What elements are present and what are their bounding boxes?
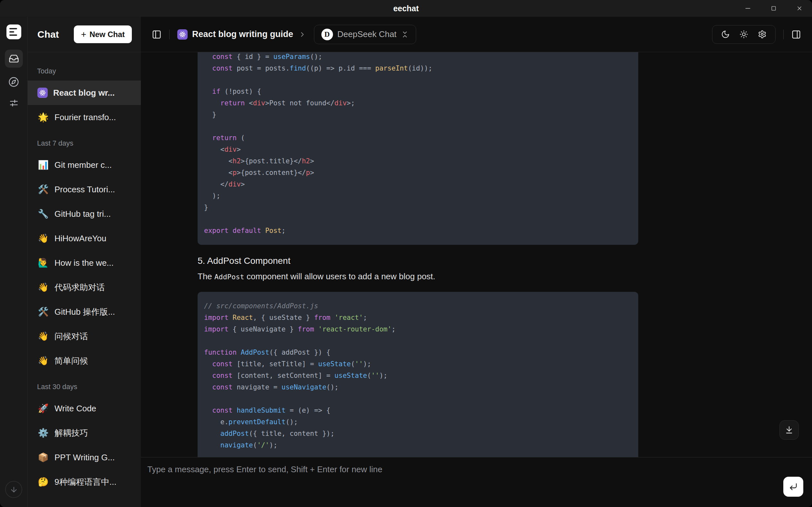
theme-switcher <box>712 25 775 44</box>
chat-item-emoji: 🛠️ <box>37 184 49 194</box>
chat-item-label: 代码求助对话 <box>54 282 105 293</box>
minimize-button[interactable] <box>744 5 751 12</box>
light-theme-button[interactable] <box>740 30 748 39</box>
chat-list-item[interactable]: 👋问候对话 <box>28 324 141 348</box>
sidebar-title: Chat <box>37 29 59 40</box>
chat-item-label: PPT Writing G... <box>54 453 115 462</box>
chat-item-label: Write Code <box>54 404 96 413</box>
chat-item-label: GitHub tag tri... <box>54 209 111 219</box>
new-chat-button[interactable]: + New Chat <box>74 25 132 43</box>
chat-item-emoji: 👋 <box>37 356 49 366</box>
chat-item-emoji: 🌟 <box>37 112 49 122</box>
scroll-to-bottom-button[interactable] <box>779 420 799 440</box>
app-window: eechat <box>0 0 812 507</box>
chat-item-label: How is the we... <box>54 258 114 268</box>
titlebar: eechat <box>0 0 812 17</box>
chat-list-item[interactable]: 🤔9种编程语言中... <box>28 470 141 494</box>
code-line: e.preventDefault(); <box>204 416 630 428</box>
code-line: const { id } = useParams(); <box>204 52 630 62</box>
code-line <box>204 393 630 405</box>
code-line: addPost({ title, content }); <box>204 428 630 439</box>
plus-icon: + <box>81 30 86 39</box>
chat-item-emoji: 🤔 <box>37 477 49 487</box>
code-line: const [content, setContent] = useState('… <box>204 370 630 381</box>
chat-header: React blog writing guide D DeepSeek Chat <box>141 17 812 52</box>
chat-list-item[interactable]: React blog wr... <box>28 80 141 105</box>
chat-item-emoji: 📊 <box>37 160 49 170</box>
chat-list-item[interactable]: 👋代码求助对话 <box>28 275 141 299</box>
sliders-icon <box>9 98 19 108</box>
chat-item-emoji: 📦 <box>37 452 49 462</box>
message-scroll-area[interactable]: const { id } = useParams(); const post =… <box>141 52 812 457</box>
app-title: eechat <box>393 4 419 13</box>
code-line: return <div>Post not found</div>; <box>204 97 630 109</box>
gear-icon <box>758 30 767 39</box>
main-panel: React blog writing guide D DeepSeek Chat <box>141 17 812 507</box>
chat-item-label: Process Tutori... <box>54 184 115 194</box>
code-line <box>204 335 630 347</box>
code-line <box>204 74 630 86</box>
header-divider <box>169 30 169 39</box>
code-line: const post = posts.find((p) => p.id === … <box>204 62 630 74</box>
chat-item-label: 简单问候 <box>54 355 88 367</box>
window-controls <box>744 0 803 17</box>
scroll-sidebar-down-button[interactable] <box>5 481 22 498</box>
code-line: navigate('/'); <box>204 439 630 451</box>
assistant-message: const { id } = useParams(); const post =… <box>198 52 638 457</box>
chat-list-item[interactable]: 🛠️GitHub 操作版... <box>28 299 141 324</box>
chat-list-item[interactable]: 🙋‍♂️How is the we... <box>28 250 141 275</box>
sidebar-header: Chat + New Chat <box>28 17 141 52</box>
react-atom-icon <box>37 88 48 98</box>
code-line: import React, { useState } from 'react'; <box>204 312 630 323</box>
chat-sidebar: Chat + New Chat TodayReact blog wr...🌟Fo… <box>28 17 141 507</box>
dark-theme-button[interactable] <box>721 30 730 39</box>
chat-list-item[interactable]: ⚙️解耦技巧 <box>28 421 141 445</box>
chat-list-item[interactable]: 🌟Fourier transfo... <box>28 105 141 129</box>
chat-item-emoji: 🛠️ <box>37 307 49 317</box>
chat-list-item[interactable]: 🚀Write Code <box>28 396 141 421</box>
message-composer[interactable]: Type a message, press Enter to send, Shi… <box>141 457 812 507</box>
code-block: // src/components/AddPost.jsimport React… <box>198 292 638 457</box>
react-atom-icon <box>177 29 188 40</box>
chat-list-item[interactable]: 🛠️Process Tutori... <box>28 177 141 202</box>
inbox-icon <box>9 53 19 64</box>
code-line <box>204 213 630 225</box>
send-button[interactable] <box>783 477 803 497</box>
code-line: const [title, setTitle] = useState(''); <box>204 358 630 370</box>
chats-inbox-button[interactable] <box>5 50 23 68</box>
code-block: const { id } = useParams(); const post =… <box>198 52 638 245</box>
code-line: ); <box>204 190 630 202</box>
code-line <box>204 120 630 132</box>
code-line: return ( <box>204 132 630 144</box>
collapse-model-icon[interactable] <box>401 31 409 38</box>
arrow-down-icon <box>10 486 18 494</box>
code-line: import { useNavigate } from 'react-route… <box>204 323 630 335</box>
chat-list-item[interactable]: 👋HiHowAreYou <box>28 226 141 250</box>
code-line: <p>{post.content}</p> <box>204 167 630 178</box>
settings-rail-button[interactable] <box>5 96 23 110</box>
chat-item-emoji: 🙋‍♂️ <box>37 258 49 268</box>
settings-button[interactable] <box>758 30 767 39</box>
header-divider-right <box>783 30 783 39</box>
chat-item-emoji: 🚀 <box>37 403 49 413</box>
chat-list-item[interactable]: 👋简单问候 <box>28 348 141 373</box>
panel-left-toggle-icon[interactable] <box>152 30 161 39</box>
chat-list-item[interactable]: 📦PPT Writing G... <box>28 445 141 470</box>
chat-list-item[interactable]: 🔧GitHub tag tri... <box>28 202 141 226</box>
compass-icon <box>8 77 19 87</box>
app-logo-icon[interactable] <box>6 24 21 39</box>
chevron-right-icon <box>299 31 306 38</box>
chat-item-label: 问候对话 <box>54 331 88 342</box>
maximize-button[interactable] <box>770 5 777 12</box>
panel-right-toggle-icon[interactable] <box>792 30 801 39</box>
sun-icon <box>740 30 748 39</box>
close-button[interactable] <box>796 5 803 12</box>
chat-list-item[interactable]: 📊Git member c... <box>28 153 141 177</box>
chat-item-label: GitHub 操作版... <box>54 306 115 318</box>
code-line: } <box>204 202 630 213</box>
chat-item-emoji: 🔧 <box>37 209 49 219</box>
moon-icon <box>721 30 730 39</box>
chat-item-label: 解耦技巧 <box>54 428 88 439</box>
model-tab[interactable]: D DeepSeek Chat <box>314 25 416 44</box>
discover-button[interactable] <box>5 75 23 89</box>
